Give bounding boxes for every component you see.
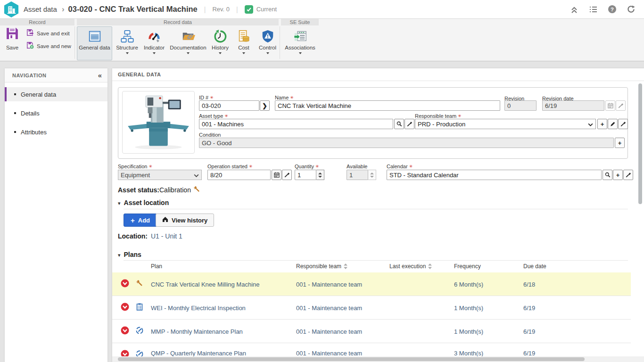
vertical-scrollbar[interactable]	[638, 83, 642, 204]
bullet-icon	[14, 131, 16, 133]
expand-red-chevron-icon[interactable]	[121, 326, 129, 337]
plans-section-header[interactable]: ▾Plans	[118, 250, 141, 259]
maintenance-plan-icon	[136, 327, 143, 336]
calibration-caliper-icon	[193, 186, 200, 195]
asset-photo[interactable]	[122, 91, 195, 154]
expand-red-chevron-icon[interactable]	[121, 279, 129, 289]
sidebar-item-general-data[interactable]: General data	[5, 87, 107, 101]
column-header-last-execution[interactable]: Last execution	[389, 263, 432, 270]
collapse-triangle-icon: ▾	[118, 252, 121, 258]
tab-structure[interactable]: Structure	[114, 26, 140, 60]
calendar-input[interactable]	[387, 170, 602, 180]
current-checkbox-icon[interactable]	[245, 5, 253, 14]
name-input[interactable]	[275, 100, 500, 111]
save-and-new-icon	[26, 41, 34, 51]
ribbon-group-record: Record	[0, 19, 74, 25]
plan-frequency: 6 Month(s)	[454, 280, 483, 288]
available-input	[347, 170, 368, 180]
save-and-exit-button[interactable]: Save and exit	[26, 29, 70, 38]
plan-due-date: 6/19	[523, 350, 535, 357]
column-header-plan[interactable]: Plan	[151, 263, 162, 270]
plan-name[interactable]: QMP - Quarterly Maintenance Plan	[151, 350, 246, 357]
chevron-down-icon	[219, 52, 222, 54]
help-icon[interactable]: ?	[607, 5, 617, 14]
plan-frequency: 1 Month(s)	[454, 304, 483, 311]
available-stepper	[368, 170, 376, 180]
save-and-exit-icon	[26, 29, 34, 38]
quantity-input[interactable]	[295, 170, 316, 180]
responsible-team-edit-pencil-icon[interactable]	[608, 119, 618, 129]
tab-indicator[interactable]: Indicator	[141, 26, 167, 60]
asset-status-label: Asset status:	[118, 186, 159, 194]
collapse-sidebar-icon[interactable]: «	[98, 71, 102, 79]
tab-history[interactable]: History	[209, 26, 231, 60]
bullet-icon	[14, 93, 16, 95]
sidebar-item-attributes[interactable]: Attributes	[5, 125, 107, 139]
ribbon-group-se-suite: SE Suite	[281, 19, 319, 25]
plan-due-date: 6/19	[523, 328, 535, 335]
save-and-new-button[interactable]: Save and new	[26, 41, 71, 51]
sidebar-item-details[interactable]: Details	[5, 106, 107, 120]
operation-started-clear-brush-icon[interactable]	[282, 170, 292, 180]
plan-team: 001 - Maintenance team	[296, 280, 362, 288]
operation-started-calendar-icon[interactable]	[272, 170, 281, 180]
collapse-panel-icon[interactable]	[570, 5, 579, 14]
tab-general-data[interactable]: General data	[77, 26, 112, 60]
plan-name[interactable]: CNC Trak Vertical Knee Milling Machine	[151, 280, 259, 288]
id-next-chevron-button[interactable]: ❯	[260, 100, 270, 111]
asset-type-search-icon[interactable]	[394, 119, 404, 129]
asset-type-clear-brush-icon[interactable]	[405, 119, 414, 129]
save-button[interactable]: Save	[1, 26, 24, 59]
operation-started-label: Operation started	[207, 164, 253, 169]
quantity-stepper[interactable]	[316, 170, 324, 180]
horizontal-scrollbar[interactable]	[118, 357, 585, 361]
add-location-button[interactable]: + Add	[124, 214, 157, 227]
plan-team: 001 - Maintenance team	[296, 328, 362, 335]
task-list-icon[interactable]	[588, 5, 598, 14]
asset-type-label: Asset type	[199, 113, 228, 119]
available-label: Available	[347, 164, 367, 169]
column-header-due-date[interactable]: Due date	[523, 263, 546, 270]
breadcrumb-root[interactable]: Asset data	[24, 5, 57, 13]
tab-control[interactable]: Control	[256, 26, 279, 60]
expand-red-chevron-icon[interactable]	[121, 303, 129, 313]
calendar-add-icon[interactable]: +	[613, 170, 623, 180]
ribbon-group-record-data: Record data	[77, 19, 279, 25]
tab-cost[interactable]: Cost	[232, 26, 255, 60]
plan-name[interactable]: WEI - Monthly Electrical Inspection	[151, 304, 246, 311]
revision-date-input	[542, 100, 604, 111]
responsible-team-select[interactable]: PRD - Production	[415, 119, 596, 129]
tab-documentation[interactable]: Documentation	[168, 26, 208, 60]
plan-table-row[interactable]: WEI - Monthly Electrical Inspection 001 …	[112, 296, 631, 320]
id-input[interactable]	[199, 100, 259, 111]
calendar-clear-brush-icon[interactable]	[623, 170, 633, 180]
plan-table-row[interactable]: CNC Trak Vertical Knee Milling Machine 0…	[112, 272, 631, 296]
documentation-label: Documentation	[170, 45, 206, 50]
revision-input	[504, 100, 537, 111]
operation-started-input[interactable]	[207, 170, 271, 180]
navigation-sidebar: NAVIGATION « General data Details Attrib…	[5, 68, 107, 362]
column-header-frequency[interactable]: Frequency	[454, 263, 481, 270]
responsible-team-clear-brush-icon[interactable]	[618, 119, 628, 129]
plan-name[interactable]: MMP - Monthly Maintenance Plan	[151, 328, 243, 335]
responsible-team-label: Responsible team	[415, 113, 462, 119]
location-label: Location:	[118, 232, 148, 240]
asset-location-section-header[interactable]: ▾Asset location	[118, 198, 169, 207]
save-and-new-label: Save and new	[37, 43, 71, 49]
view-history-button[interactable]: View history	[156, 214, 214, 227]
refresh-icon[interactable]	[626, 5, 636, 14]
plan-table-row[interactable]: MMP - Monthly Maintenance Plan 001 - Mai…	[112, 320, 631, 343]
save-and-exit-label: Save and exit	[37, 31, 70, 36]
home-icon	[162, 216, 168, 224]
current-status: Current	[245, 5, 277, 14]
asset-type-input[interactable]	[199, 119, 393, 129]
column-header-responsible-team[interactable]: Responsible team	[296, 263, 347, 270]
indicator-gauge-icon	[147, 28, 161, 45]
condition-add-icon[interactable]: +	[615, 138, 625, 148]
chevron-down-icon	[266, 52, 269, 54]
chevron-down-icon	[187, 52, 190, 54]
specification-select: Equipment	[118, 170, 202, 180]
calendar-search-icon[interactable]	[603, 170, 612, 180]
tab-associations[interactable]: Associations	[282, 26, 318, 60]
responsible-team-add-icon[interactable]: +	[597, 119, 607, 129]
